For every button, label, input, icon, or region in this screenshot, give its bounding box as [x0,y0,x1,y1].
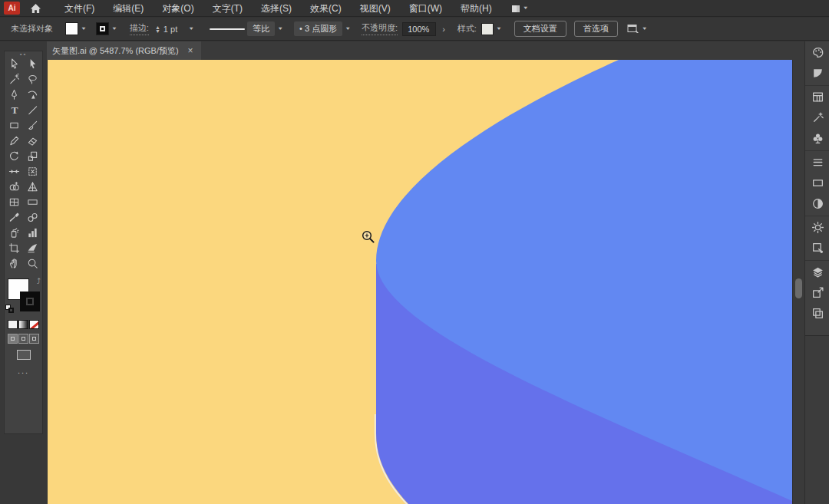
tool-curvature[interactable] [24,89,41,104]
document-setup-button[interactable]: 文档设置 [514,21,566,37]
style-swatch[interactable] [481,23,494,35]
document-tab[interactable]: 矢量图.ai @ 5487.7% (RGB/预览) × [45,41,201,60]
stroke-color-proxy[interactable] [20,292,40,311]
tool-magic-wand[interactable] [5,74,23,88]
gradient-button[interactable] [18,320,28,329]
tool-gradient[interactable] [24,196,41,211]
stroke-color-dropdown[interactable]: ▼ [96,22,117,35]
menu-item-1[interactable]: 编辑(E) [104,0,153,17]
panel-layers[interactable] [809,265,826,281]
draw-behind-mode-button[interactable] [18,334,28,344]
tool-line-segment[interactable] [24,104,41,119]
screen-mode-button[interactable] [17,350,31,360]
panel-graphic-styles[interactable] [809,242,826,257]
panel-symbols[interactable] [809,132,826,147]
tool-column-graph[interactable] [24,227,41,242]
menu-item-3[interactable]: 文字(T) [203,0,252,17]
menu-item-7[interactable]: 窗口(W) [400,0,451,17]
menu-item-2[interactable]: 对象(O) [153,0,203,17]
panel-stroke-panel[interactable] [809,156,826,171]
mesh-icon [8,196,20,211]
opacity-more-arrow[interactable]: › [442,25,445,34]
stroke-weight-dropdown-icon[interactable]: ▼ [188,27,194,31]
tool-perspective-grid[interactable] [24,181,41,196]
tool-pen[interactable] [5,89,23,104]
swap-fill-stroke-icon[interactable]: ⤴ [37,277,41,285]
tool-zoom[interactable] [24,258,41,272]
stroke-weight-stepper[interactable]: ▲▼ [155,25,160,33]
tool-eraser[interactable] [24,135,41,150]
quick-actions-icon [811,111,824,127]
draw-normal-mode-button[interactable] [8,334,18,344]
panel-asset-export[interactable] [809,286,826,301]
tool-selection[interactable] [5,58,23,73]
chevron-down-icon: ▼ [277,27,283,31]
style-dropdown[interactable]: ▼ [481,23,502,35]
panel-transparency[interactable] [809,197,826,212]
fill-swatch[interactable] [65,22,78,35]
preferences-button[interactable]: 首选项 [574,21,618,37]
default-fill-stroke-icon[interactable] [5,305,14,313]
transparency-icon [811,197,824,213]
menu-item-6[interactable]: 视图(V) [351,0,400,17]
panel-gradient-panel[interactable] [809,176,826,192]
panel-quick-actions[interactable] [809,111,826,127]
none-button[interactable] [29,320,39,329]
panel-options-dropdown[interactable]: ▼ [627,24,648,34]
brush-definition-dropdown[interactable]: • 3 点圆形 ▼ [294,21,351,36]
tool-direct-selection[interactable] [24,58,41,73]
panel-color-guide[interactable] [809,67,826,82]
tool-mesh[interactable] [5,196,23,211]
draw-inside-mode-button[interactable] [29,334,39,344]
line-segment-icon [27,104,38,119]
tool-shaper[interactable] [5,135,23,150]
toolbar-grip[interactable]: •• [5,51,42,57]
panel-group-2 [805,151,829,216]
stroke-weight-label[interactable]: 描边: [130,22,149,35]
magic-wand-icon [8,74,20,88]
tool-artboard[interactable] [5,242,23,257]
vertical-scrollbar[interactable] [792,60,804,504]
illustrator-logo-icon: Ai [4,2,20,15]
edit-toolbar-button[interactable]: ... [5,366,42,375]
tool-symbol-sprayer[interactable] [5,227,23,242]
tool-eyedropper[interactable] [5,212,23,226]
workspace-switcher[interactable]: ▼ [512,2,529,15]
tool-free-transform[interactable] [24,166,41,180]
tool-type[interactable]: T [5,104,23,119]
tool-shape-builder[interactable] [5,181,23,196]
artboards-icon [811,307,824,323]
color-button[interactable] [8,320,18,329]
tool-paintbrush[interactable] [24,120,41,134]
home-icon[interactable] [30,3,41,14]
tool-blend[interactable] [24,212,41,226]
close-tab-icon[interactable]: × [188,45,193,56]
tool-scale[interactable] [24,150,41,165]
panel-color[interactable] [809,46,826,61]
menu-item-5[interactable]: 效果(C) [301,0,351,17]
menu-item-8[interactable]: 帮助(H) [451,0,501,17]
color-guide-icon [811,67,824,83]
tool-rectangle[interactable] [5,120,23,134]
panel-libraries[interactable] [809,91,826,106]
type-icon: T [8,104,20,119]
tool-rotate[interactable] [5,150,23,165]
width-profile-dropdown[interactable]: 等比 ▼ [210,21,283,36]
stroke-panel-icon [811,156,824,172]
artboard-canvas[interactable] [48,60,792,504]
tool-width-tool[interactable] [5,166,23,180]
menu-item-4[interactable]: 选择(S) [252,0,301,17]
opacity-value-input[interactable]: 100% [402,22,436,36]
menu-item-0[interactable]: 文件(F) [55,0,104,17]
vertical-scrollbar-thumb[interactable] [795,278,802,298]
panel-appearance[interactable] [809,221,826,236]
tool-lasso[interactable] [24,74,41,88]
tool-slice[interactable] [24,242,41,257]
stroke-weight-value[interactable]: 1 pt [163,25,177,34]
tool-hand[interactable] [5,258,23,272]
panel-artboards[interactable] [809,307,826,322]
fill-color-dropdown[interactable]: ▼ [65,22,87,35]
opacity-label[interactable]: 不透明度: [362,22,398,35]
document-tab-title: 矢量图.ai @ 5487.7% (RGB/预览) [52,45,179,57]
stroke-swatch[interactable] [96,22,109,35]
